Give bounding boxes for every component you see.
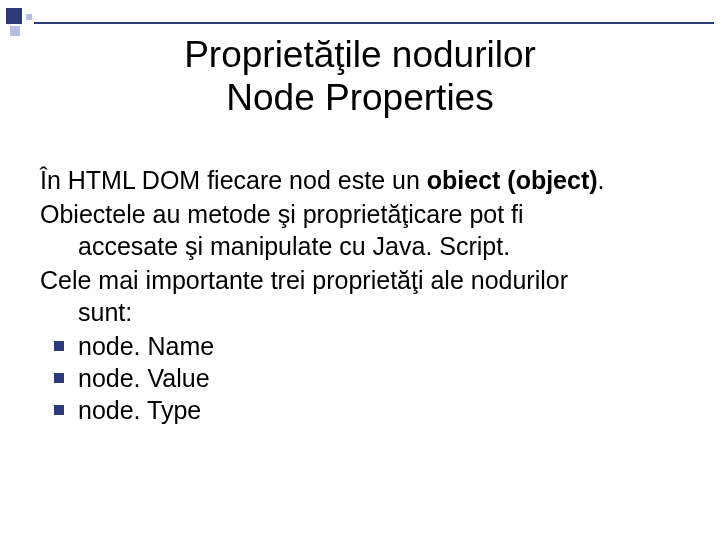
list-item: node. Name bbox=[40, 330, 680, 362]
deco-bar bbox=[34, 22, 714, 24]
title-line-1: Proprietăţile nodurilor bbox=[184, 34, 536, 75]
body-p1-pre: În HTML DOM fiecare nod este un bbox=[40, 166, 427, 194]
body-p1-post: . bbox=[598, 166, 605, 194]
bullet-3: node. Type bbox=[78, 396, 201, 424]
body-para-3: Cele mai importante trei proprietăţi ale… bbox=[40, 264, 680, 328]
body-para-1: În HTML DOM fiecare nod este un obiect (… bbox=[40, 164, 680, 196]
body-p2-line1: Obiectele au metode şi proprietăţicare p… bbox=[40, 200, 524, 228]
bullet-1: node. Name bbox=[78, 332, 214, 360]
title-line-2: Node Properties bbox=[226, 77, 493, 118]
body-p2-line2: accesate şi manipulate cu Java. Script. bbox=[40, 230, 680, 262]
slide-body: În HTML DOM fiecare nod este un obiect (… bbox=[40, 164, 680, 426]
deco-square-small bbox=[26, 14, 32, 20]
list-item: node. Value bbox=[40, 362, 680, 394]
body-p3-line2: sunt: bbox=[40, 296, 680, 328]
body-p1-bold: obiect (object) bbox=[427, 166, 598, 194]
bullet-list: node. Name node. Value node. Type bbox=[40, 330, 680, 426]
deco-square-large bbox=[6, 8, 22, 24]
slide-title: Proprietăţile nodurilor Node Properties bbox=[0, 34, 720, 119]
bullet-2: node. Value bbox=[78, 364, 210, 392]
list-item: node. Type bbox=[40, 394, 680, 426]
body-para-2: Obiectele au metode şi proprietăţicare p… bbox=[40, 198, 680, 262]
body-p3-line1: Cele mai importante trei proprietăţi ale… bbox=[40, 266, 568, 294]
